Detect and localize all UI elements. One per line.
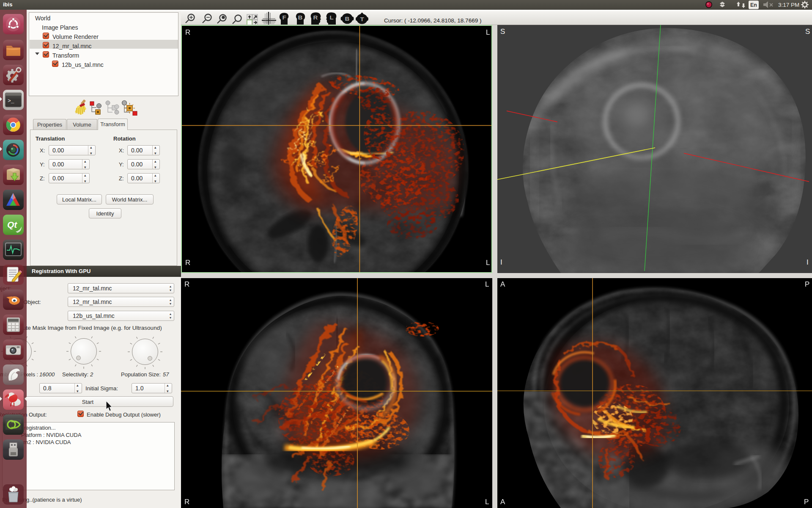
svg-text:L: L	[329, 14, 334, 21]
svg-text:R: R	[313, 14, 318, 21]
svg-text:En: En	[750, 2, 757, 8]
svg-text:F: F	[282, 14, 286, 21]
svg-text:T: T	[360, 16, 364, 22]
svg-text:B: B	[345, 16, 350, 22]
svg-text:3:17 PM: 3:17 PM	[778, 2, 799, 8]
svg-text:Cursor: ( -12.0966, 24.8108, 1: Cursor: ( -12.0966, 24.8108, 18.7669 )	[384, 17, 481, 24]
svg-text:B: B	[298, 14, 303, 21]
